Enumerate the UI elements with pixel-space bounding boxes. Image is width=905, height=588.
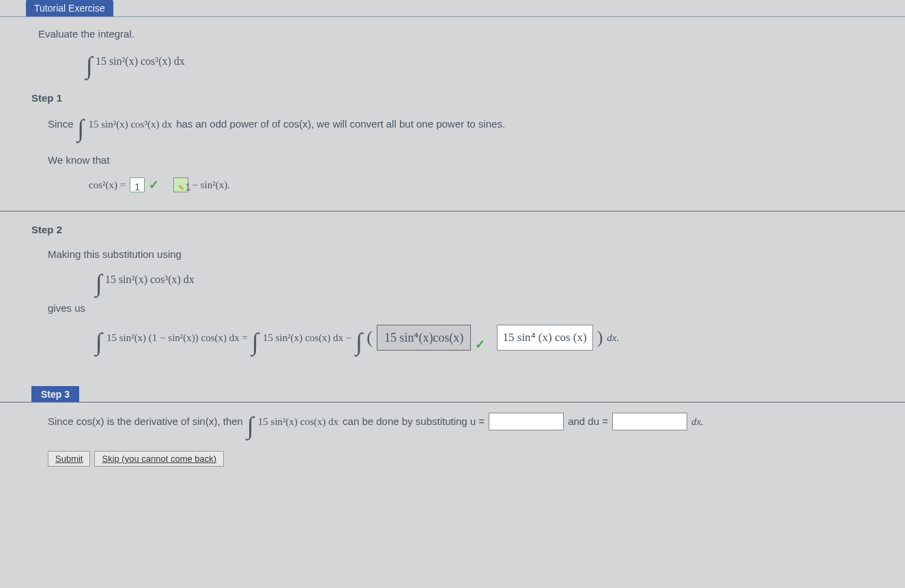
du-input[interactable] (612, 413, 687, 430)
identity-input-a[interactable]: 1 (130, 177, 145, 192)
step2-body: Making this substitution using ∫ 15 sin²… (48, 246, 905, 351)
step1-since-tail: has an odd power of of cos(x), we will c… (176, 116, 505, 132)
u-substitution-input[interactable] (489, 413, 564, 430)
check-icon (475, 335, 485, 355)
step3-tab: Step 3 (31, 386, 79, 402)
integral-sign-icon: ∫ (356, 332, 362, 352)
step2-gives-us: gives us (48, 300, 905, 317)
cos2-lhs: cos²(x) = (89, 177, 126, 193)
step2-dx: dx. (607, 329, 619, 346)
step2-answer-display: 15 sin⁴ (x) cos (x) (497, 325, 593, 350)
integral-sign-icon: ∫ (96, 274, 102, 293)
step1-since-line: Since ∫ 15 sin²(x) cos³(x) dx has an odd… (48, 115, 905, 134)
integral-sign-icon: ∫ (96, 332, 102, 352)
identity-input-b-value: 1 (186, 181, 191, 192)
close-paren: ) (597, 323, 603, 352)
step3-dx: dx. (691, 413, 704, 430)
integral-sign-icon: ∫ (78, 119, 85, 138)
integral-sign-icon: ∫ (86, 56, 93, 76)
divider (0, 211, 905, 211)
minus-sin2: − sin²(x). (192, 177, 230, 193)
skip-button[interactable]: Skip (you cannot come back) (94, 451, 224, 467)
step1-identity-line: cos²(x) = 1 ✎1 − sin²(x). (89, 175, 905, 195)
tutorial-exercise-tab: Tutorial Exercise (26, 0, 113, 16)
page: Tutorial Exercise Evaluate the integral.… (0, 0, 905, 467)
step2-mid: 15 sin²(x) cos(x) dx − (263, 329, 351, 346)
integral-sign-icon: ∫ (252, 332, 259, 352)
step3-integral-expr: 15 sin²(x) cos(x) dx (258, 413, 339, 430)
header-tab-bar: Tutorial Exercise (0, 0, 905, 17)
step1-we-know: We know that (48, 152, 905, 168)
content-area: Evaluate the integral. ∫ 15 sin²(x) cos³… (0, 17, 905, 467)
step1-body: Since ∫ 15 sin²(x) cos³(x) dx has an odd… (48, 115, 905, 195)
step3-divider (0, 402, 905, 402)
identity-input-b[interactable]: ✎1 (173, 177, 188, 192)
step1-title: Step 1 (31, 92, 905, 104)
step1-integral-expr: 15 sin²(x) cos³(x) dx (88, 116, 172, 132)
step3-line: Since cos(x) is the derivative of sin(x)… (48, 412, 905, 432)
step2-answer-input[interactable]: 15 sin⁴(x)cos(x) (377, 325, 471, 351)
step3-and-du: and du = (568, 413, 608, 430)
open-paren: ( (367, 323, 373, 352)
prompt-text: Evaluate the integral. (38, 28, 905, 40)
integral-sign-icon: ∫ (247, 416, 254, 436)
button-row: Submit Skip (you cannot come back) (48, 451, 905, 467)
step2-expansion: ∫ 15 sin²(x) (1 − sin²(x)) cos(x) dx = ∫… (96, 323, 905, 352)
main-integral-expr: 15 sin²(x) cos³(x) dx (96, 55, 185, 68)
step3-text-a: Since cos(x) is the derivative of sin(x)… (48, 413, 243, 430)
step2-title: Step 2 (31, 224, 905, 235)
main-integral: ∫ 15 sin²(x) cos³(x) dx (86, 52, 905, 72)
since-label: Since (48, 116, 74, 132)
step2-integral-expr: 15 sin²(x) cos³(x) dx (105, 274, 195, 286)
step2-integral: ∫ 15 sin²(x) cos³(x) dx (96, 269, 905, 289)
pencil-icon: ✎ (178, 183, 184, 192)
submit-button[interactable]: Submit (48, 451, 90, 467)
step2-making: Making this substitution using (48, 246, 905, 263)
check-icon (149, 175, 159, 195)
step3-body: Since cos(x) is the derivative of sin(x)… (48, 412, 905, 432)
step2-lhs: 15 sin²(x) (1 − sin²(x)) cos(x) dx = (106, 329, 248, 346)
step3-text-b: can be done by substituting u = (343, 413, 485, 430)
